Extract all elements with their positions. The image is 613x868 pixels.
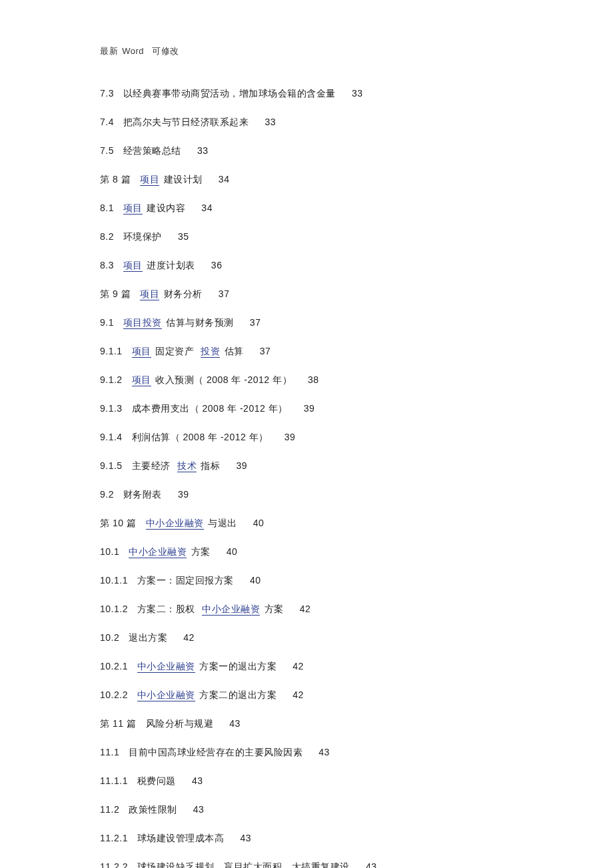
toc-entry: 9.1.2项目 收入预测（ 2008 年 -2012 年）38 (100, 373, 513, 387)
toc-entry: 10.1中小企业融资 方案40 (100, 545, 513, 559)
toc-number: 9.1.2 (100, 374, 123, 385)
toc-number: 8.1 (100, 203, 114, 213)
toc-number: 10.1 (100, 546, 119, 557)
toc-page-number: 33 (352, 88, 363, 99)
toc-entry: 8.2环境保护35 (100, 230, 513, 244)
document-page: 最新 Word 可修改 7.3以经典赛事带动商贸活动，增加球场会籍的含金量337… (0, 0, 613, 868)
toc-entry: 7.5经营策略总结33 (100, 144, 513, 158)
toc-entry: 9.1.4利润估算（ 2008 年 -2012 年）39 (100, 430, 513, 444)
toc-page-number: 39 (285, 432, 296, 442)
toc-text: 方案二：股权 (137, 604, 198, 614)
toc-text: 方案一的退出方案 (197, 661, 277, 671)
toc-link[interactable]: 投资 (201, 346, 220, 358)
toc-entry: 8.1项目 建设内容34 (100, 201, 513, 215)
toc-entry: 11.2.2球场建设缺乏规划，盲目扩大面积，大搞重复建设43 (100, 860, 513, 868)
toc-text: 目前中国高球业经营存在的主要风险因素 (129, 747, 303, 757)
toc-page-number: 35 (178, 231, 189, 242)
page-header: 最新 Word 可修改 (100, 45, 513, 57)
toc-number: 7.4 (100, 117, 114, 127)
toc-number: 10.2 (100, 632, 119, 643)
toc-text: 建设内容 (144, 203, 185, 213)
toc-text: 与退出 (205, 518, 237, 528)
toc-text: 环境保护 (123, 231, 162, 242)
toc-number: 第 10 篇 (100, 518, 136, 528)
toc-link[interactable]: 项目 (132, 346, 151, 358)
toc-link[interactable]: 中小企业融资 (129, 546, 187, 558)
toc-page-number: 42 (300, 604, 311, 614)
toc-number: 8.3 (100, 260, 114, 270)
toc-page-number: 43 (229, 718, 241, 729)
toc-entry: 10.1.1方案一：固定回报方案40 (100, 574, 513, 588)
toc-text: 方案一：固定回报方案 (137, 575, 234, 586)
header-tag-word: Word (122, 46, 144, 56)
toc-entry: 9.2财务附表39 (100, 488, 513, 502)
toc-page-number: 43 (192, 775, 203, 786)
toc-page-number: 33 (265, 117, 276, 127)
toc-link[interactable]: 中小企业融资 (137, 661, 195, 673)
toc-text: 建设计划 (161, 174, 202, 185)
toc-text: 利润估算（ 2008 年 -2012 年） (132, 432, 269, 442)
toc-link[interactable]: 项目投资 (123, 317, 162, 329)
toc-number: 11.2.1 (100, 833, 128, 843)
toc-page-number: 43 (366, 861, 377, 868)
toc-link[interactable]: 中小企业融资 (202, 604, 260, 616)
toc-number: 9.1.4 (100, 432, 123, 442)
toc-entry: 11.1目前中国高球业经营存在的主要风险因素43 (100, 745, 513, 759)
toc-number: 10.2.1 (100, 661, 128, 671)
toc-page-number: 37 (219, 288, 230, 299)
toc-link[interactable]: 项目 (140, 288, 159, 300)
toc-link[interactable]: 项目 (140, 174, 159, 186)
toc-entry: 9.1.3成本费用支出（ 2008 年 -2012 年）39 (100, 402, 513, 416)
toc-link[interactable]: 技术 (177, 460, 197, 472)
toc-text: 成本费用支出（ 2008 年 -2012 年） (132, 403, 288, 414)
toc-link[interactable]: 中小企业融资 (137, 689, 195, 701)
toc-text: 财务附表 (123, 489, 162, 500)
toc-entry: 10.2.2中小企业融资 方案二的退出方案42 (100, 688, 513, 702)
toc-number: 第 8 篇 (100, 174, 131, 185)
toc-number: 11.2 (100, 804, 119, 815)
toc-link[interactable]: 项目 (132, 374, 151, 386)
toc-entry: 9.1.1项目 固定资产 投资 估算37 (100, 344, 513, 358)
toc-text: 固定资产 (153, 346, 197, 356)
toc-page-number: 39 (178, 489, 189, 500)
toc-number: 9.1 (100, 317, 114, 328)
toc-number: 8.2 (100, 231, 114, 242)
toc-text: 球场建设缺乏规划，盲目扩大面积，大搞重复建设 (137, 861, 350, 868)
toc-number: 10.1.2 (100, 604, 128, 614)
toc-entry: 第 8 篇 项目 建设计划34 (100, 173, 513, 187)
toc-entry: 7.3以经典赛事带动商贸活动，增加球场会籍的含金量33 (100, 87, 513, 101)
toc-page-number: 39 (304, 403, 315, 414)
toc-page-number: 36 (211, 260, 223, 270)
toc-text: 方案二的退出方案 (197, 689, 277, 700)
toc-page-number: 40 (250, 575, 261, 586)
header-tag-editable: 可修改 (152, 46, 179, 56)
toc-entry: 7.4把高尔夫与节日经济联系起来33 (100, 115, 513, 129)
toc-number: 10.2.2 (100, 689, 128, 700)
toc-text: 风险分析与规避 (146, 718, 214, 729)
toc-entry: 第 10 篇 中小企业融资 与退出40 (100, 516, 513, 530)
toc-link[interactable]: 项目 (123, 260, 143, 272)
toc-number: 11.1 (100, 747, 119, 757)
toc-page-number: 38 (308, 374, 319, 385)
toc-page-number: 42 (293, 689, 304, 700)
toc-entry: 11.1.1税费问题43 (100, 774, 513, 788)
toc-entry: 10.2退出方案42 (100, 631, 513, 645)
toc-text: 经营策略总结 (123, 145, 181, 156)
toc-entry: 8.3项目 进度计划表36 (100, 258, 513, 272)
toc-number: 9.1.3 (100, 403, 123, 414)
toc-number: 11.1.1 (100, 775, 128, 786)
toc-entry: 9.1项目投资 估算与财务预测37 (100, 316, 513, 330)
toc-text: 球场建设管理成本高 (137, 833, 225, 843)
toc-page-number: 43 (240, 833, 251, 843)
toc-entry: 11.2政策性限制43 (100, 803, 513, 817)
toc-page-number: 40 (253, 518, 265, 528)
toc-text: 政策性限制 (129, 804, 177, 815)
toc-text: 财务分析 (161, 288, 202, 299)
toc-page-number: 43 (193, 804, 205, 815)
toc-link[interactable]: 项目 (123, 203, 143, 215)
toc-page-number: 40 (227, 546, 238, 557)
toc-page-number: 43 (318, 747, 330, 757)
toc-entry: 第 9 篇 项目 财务分析37 (100, 287, 513, 301)
toc-link[interactable]: 中小企业融资 (146, 518, 204, 530)
toc-page-number: 33 (197, 145, 209, 156)
